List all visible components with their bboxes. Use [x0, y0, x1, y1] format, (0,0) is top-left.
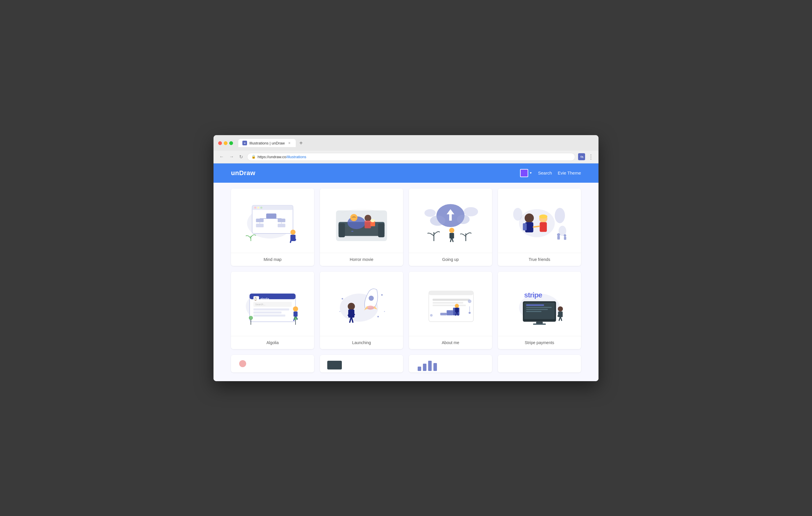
svg-rect-95 — [433, 302, 463, 303]
color-swatch[interactable] — [520, 169, 528, 177]
close-button[interactable] — [218, 141, 222, 145]
svg-text:stripe: stripe — [524, 291, 542, 299]
svg-point-89 — [339, 311, 340, 312]
svg-rect-28 — [365, 221, 371, 228]
svg-point-37 — [449, 228, 455, 233]
back-button[interactable]: ← — [218, 154, 225, 160]
url-bar[interactable]: 🔒 https://undraw.co/illustrations — [247, 153, 575, 161]
card-going-up[interactable]: Going up — [409, 189, 492, 266]
svg-point-27 — [365, 215, 371, 221]
svg-rect-46 — [523, 223, 527, 230]
partial-card-1[interactable] — [231, 355, 314, 373]
svg-rect-67 — [254, 311, 282, 314]
svg-point-4 — [257, 206, 259, 208]
site-content: unDraw ▼ Search Evie Theme — [213, 163, 599, 381]
svg-rect-92 — [429, 291, 473, 322]
svg-rect-113 — [526, 307, 552, 308]
minimize-button[interactable] — [224, 141, 228, 145]
svg-point-118 — [558, 306, 563, 311]
extension-icon[interactable]: 🛍 — [578, 153, 585, 160]
browser-menu-button[interactable]: ⋮ — [588, 153, 594, 160]
tab-close-button[interactable]: × — [287, 141, 292, 145]
card-label-going-up: Going up — [409, 253, 492, 266]
reload-button[interactable]: ↻ — [238, 154, 244, 160]
nav-actions: 🛍 ⋮ — [578, 153, 594, 160]
color-picker[interactable]: ▼ — [520, 169, 532, 177]
card-horror-movie[interactable]: Horror movie — [320, 189, 403, 266]
svg-rect-115 — [526, 311, 542, 312]
svg-point-52 — [513, 208, 522, 221]
svg-point-86 — [342, 298, 343, 299]
svg-point-51 — [555, 208, 565, 223]
site-nav: unDraw ▼ Search Evie Theme — [213, 163, 599, 183]
svg-point-3 — [254, 206, 256, 208]
card-mind-map[interactable]: Mind map — [231, 189, 314, 266]
partial-card-2[interactable] — [320, 355, 403, 373]
card-about-me[interactable]: About me — [409, 272, 492, 349]
svg-rect-97 — [440, 313, 447, 315]
svg-rect-112 — [526, 304, 544, 305]
card-image-mind-map — [231, 189, 314, 253]
nav-right: ▼ Search Evie Theme — [520, 169, 581, 177]
card-true-friends[interactable]: True friends — [498, 189, 581, 266]
svg-point-100 — [455, 304, 459, 308]
svg-text:algolia: algolia — [260, 297, 269, 300]
card-image-launching — [320, 272, 403, 336]
svg-point-104 — [468, 299, 471, 303]
svg-point-76 — [294, 316, 297, 320]
svg-rect-9 — [256, 223, 264, 227]
svg-rect-114 — [526, 309, 548, 310]
svg-rect-116 — [536, 322, 543, 324]
forward-button[interactable]: → — [228, 154, 235, 160]
card-image-algolia: ⌚ algolia Search... — [231, 272, 314, 336]
svg-point-105 — [430, 314, 433, 317]
svg-point-56 — [564, 234, 567, 237]
active-tab[interactable]: u Illustrations | unDraw × — [238, 139, 296, 147]
tab-favicon: u — [242, 141, 247, 145]
grid: Mind map — [231, 189, 581, 349]
svg-point-42 — [424, 209, 436, 217]
site-logo[interactable]: unDraw — [231, 169, 256, 177]
svg-rect-96 — [433, 304, 466, 306]
search-nav-link[interactable]: Search — [538, 170, 552, 175]
color-arrow-icon: ▼ — [529, 171, 532, 174]
card-algolia[interactable]: ⌚ algolia Search... — [231, 272, 314, 349]
card-image-going-up — [409, 189, 492, 253]
card-label-about-me: About me — [409, 336, 492, 349]
svg-point-90 — [384, 311, 385, 312]
svg-rect-127 — [428, 361, 432, 371]
svg-rect-98 — [446, 310, 453, 315]
svg-point-49 — [539, 215, 547, 219]
tab-bar: u Illustrations | unDraw × + — [238, 139, 594, 148]
partial-row — [231, 355, 581, 373]
svg-point-33 — [430, 215, 446, 226]
new-tab-button[interactable]: + — [297, 139, 305, 148]
svg-point-41 — [464, 207, 478, 216]
svg-rect-128 — [433, 363, 437, 371]
traffic-lights — [218, 141, 233, 145]
svg-rect-23 — [339, 223, 345, 237]
svg-rect-6 — [266, 213, 277, 219]
tab-title: Illustrations | unDraw — [250, 141, 285, 145]
svg-rect-124 — [327, 361, 342, 370]
card-label-true-friends: True friends — [498, 253, 581, 266]
theme-nav-link[interactable]: Evie Theme — [558, 170, 581, 175]
svg-point-44 — [525, 213, 534, 223]
browser-window: u Illustrations | unDraw × + ← → ↻ 🔒 htt… — [213, 135, 599, 381]
svg-rect-24 — [378, 223, 384, 237]
maximize-button[interactable] — [229, 141, 233, 145]
card-stripe-payments[interactable]: stripe — [498, 272, 581, 349]
svg-point-123 — [239, 360, 246, 367]
svg-line-50 — [533, 226, 540, 227]
svg-point-79 — [369, 296, 374, 301]
card-label-mind-map: Mind map — [231, 253, 314, 266]
partial-card-4[interactable] — [498, 355, 581, 373]
svg-point-87 — [381, 294, 383, 295]
url-text: https://undraw.co/illustrations — [258, 155, 306, 159]
card-label-stripe-payments: Stripe payments — [498, 336, 581, 349]
address-bar: ← → ↻ 🔒 https://undraw.co/illustrations … — [213, 151, 599, 163]
svg-point-15 — [290, 229, 296, 235]
svg-point-74 — [249, 316, 253, 320]
partial-card-3[interactable] — [409, 355, 492, 373]
card-launching[interactable]: Launching — [320, 272, 403, 349]
